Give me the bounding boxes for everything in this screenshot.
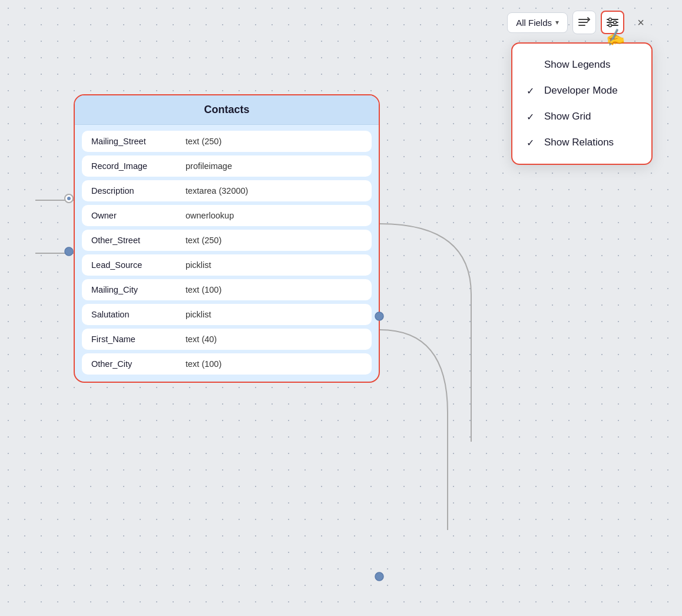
svg-point-13	[65, 247, 73, 256]
close-button[interactable]: ×	[629, 11, 653, 34]
table-row[interactable]: Ownerownerlookup	[82, 205, 372, 226]
canvas: All Fields ▾ × ✍	[0, 0, 682, 616]
filter-dropdown[interactable]: All Fields ▾	[507, 12, 568, 33]
table-row[interactable]: Other_Streettext (250)	[82, 230, 372, 251]
field-type: ownerlookup	[186, 211, 234, 220]
check-developer-mode: ✓	[527, 85, 537, 97]
field-name: Owner	[91, 211, 174, 220]
svg-point-9	[614, 21, 617, 24]
field-type: text (250)	[186, 137, 221, 146]
sort-icon	[578, 17, 591, 28]
field-type: text (100)	[186, 285, 221, 294]
field-name: Description	[91, 186, 174, 196]
toolbar: All Fields ▾ ×	[507, 11, 653, 34]
table-row[interactable]: Descriptiontextarea (32000)	[82, 180, 372, 201]
table-title: Contacts	[75, 95, 379, 125]
contacts-table: Contacts Mailing_Streettext (250)Record_…	[74, 94, 380, 383]
field-name: Other_City	[91, 359, 174, 369]
check-show-grid: ✓	[527, 111, 537, 122]
table-row[interactable]: First_Nametext (40)	[82, 329, 372, 350]
filter-label: All Fields	[516, 18, 552, 28]
table-row[interactable]: Mailing_Streettext (250)	[82, 131, 372, 152]
field-name: Salutation	[91, 310, 174, 319]
options-icon	[606, 17, 619, 28]
table-row[interactable]: Salutationpicklist	[82, 304, 372, 325]
connector-right-bottom2	[374, 571, 385, 582]
svg-point-10	[609, 24, 612, 27]
field-type: text (40)	[186, 335, 217, 344]
field-name: Mailing_City	[91, 285, 174, 294]
menu-label-developer-mode: Developer Mode	[544, 85, 618, 97]
menu-label-show-legends: Show Legends	[544, 59, 610, 71]
check-show-relations: ✓	[527, 137, 537, 148]
menu-item-show-grid[interactable]: ✓ Show Grid	[512, 104, 651, 130]
svg-point-15	[375, 572, 383, 581]
field-type: profileimage	[186, 161, 232, 171]
menu-label-show-relations: Show Relations	[544, 137, 614, 148]
table-row[interactable]: Record_Imageprofileimage	[82, 155, 372, 177]
field-name: Other_Street	[91, 236, 174, 245]
field-name: Lead_Source	[91, 260, 174, 270]
field-type: picklist	[186, 260, 211, 270]
field-type: textarea (32000)	[186, 186, 248, 196]
dropdown-menu: ✓ Show Legends ✓ Developer Mode ✓ Show G…	[511, 42, 653, 165]
connector-left-top	[64, 193, 74, 204]
field-name: Record_Image	[91, 161, 174, 171]
svg-point-12	[67, 197, 71, 200]
menu-item-show-relations[interactable]: ✓ Show Relations	[512, 130, 651, 155]
field-name: Mailing_Street	[91, 137, 174, 146]
menu-label-show-grid: Show Grid	[544, 111, 591, 122]
table-rows: Mailing_Streettext (250)Record_Imageprof…	[75, 125, 379, 375]
field-type: text (100)	[186, 359, 221, 369]
table-row[interactable]: Other_Citytext (100)	[82, 353, 372, 375]
connector-left-middle	[64, 246, 74, 257]
field-type: text (250)	[186, 236, 221, 245]
close-icon: ×	[637, 16, 644, 29]
sort-button[interactable]	[572, 11, 596, 34]
svg-point-14	[375, 312, 383, 320]
field-name: First_Name	[91, 335, 174, 344]
table-row[interactable]: Mailing_Citytext (100)	[82, 279, 372, 300]
cursor-icon: ✍	[604, 27, 626, 48]
field-type: picklist	[186, 310, 211, 319]
menu-item-developer-mode[interactable]: ✓ Developer Mode	[512, 78, 651, 104]
connector-right-bottom	[374, 311, 385, 322]
svg-point-8	[609, 18, 612, 21]
table-row[interactable]: Lead_Sourcepicklist	[82, 254, 372, 276]
menu-item-show-legends[interactable]: ✓ Show Legends	[512, 52, 651, 78]
filter-arrow-icon: ▾	[555, 18, 559, 27]
